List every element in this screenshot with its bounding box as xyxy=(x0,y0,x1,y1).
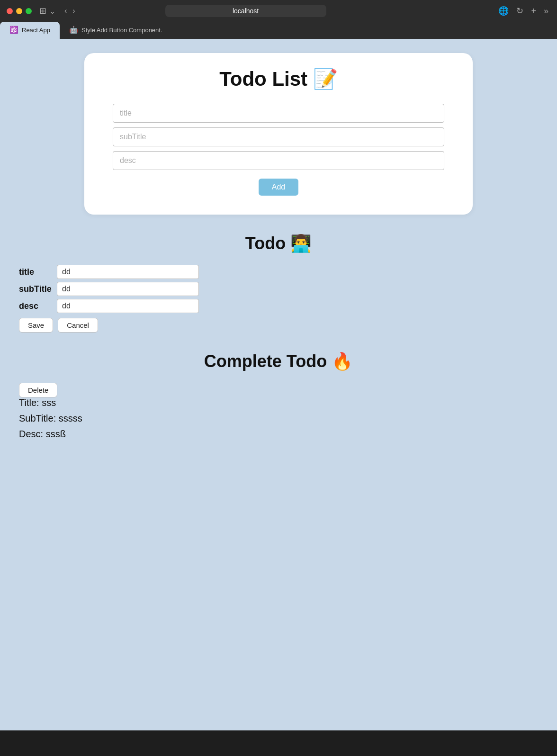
add-button[interactable]: Add xyxy=(259,179,298,196)
complete-subtitle: SubTitle: sssss xyxy=(19,413,538,424)
title-input[interactable] xyxy=(113,104,444,123)
todo-section-title: Todo 👨‍💻 xyxy=(19,234,538,253)
todo-desc-input[interactable] xyxy=(57,299,199,313)
browser-content: Todo List 📝 Add Todo 👨‍💻 title subTitle … xyxy=(0,39,557,730)
toolbar-right: 🌐 ↻ + » xyxy=(496,5,550,17)
cancel-button[interactable]: Cancel xyxy=(58,318,98,333)
delete-button[interactable]: Delete xyxy=(19,383,57,397)
todo-title-row: title xyxy=(19,265,538,279)
tab-react-app[interactable]: ⚛️ React App xyxy=(0,22,60,39)
address-bar[interactable] xyxy=(165,5,326,17)
ai-icon: 🤖 xyxy=(69,26,78,34)
subtitle-input[interactable] xyxy=(113,127,444,146)
save-button[interactable]: Save xyxy=(19,318,53,333)
complete-item: Delete Title: sss SubTitle: sssss Desc: … xyxy=(19,383,538,440)
app-title: Todo List 📝 xyxy=(113,67,444,90)
forward-button[interactable]: › xyxy=(70,6,77,16)
translate-icon[interactable]: 🌐 xyxy=(496,5,511,17)
todo-subtitle-label: subTitle xyxy=(19,284,57,294)
sidebar-toggle[interactable]: ⊞ ⌄ xyxy=(39,6,55,16)
tab-style[interactable]: 🤖 Style Add Button Component. xyxy=(60,22,172,39)
complete-desc: Desc: sssß xyxy=(19,429,538,440)
form-inputs xyxy=(113,104,444,170)
todo-title-input[interactable] xyxy=(57,265,199,279)
todo-actions: Save Cancel xyxy=(19,318,538,333)
maximize-button[interactable] xyxy=(26,8,32,14)
browser-chrome: ⊞ ⌄ ‹ › 🌐 ↻ + » ⚛️ React App 🤖 Style Add… xyxy=(0,0,557,39)
traffic-lights xyxy=(7,8,32,14)
todo-desc-label: desc xyxy=(19,301,57,311)
tab-style-label: Style Add Button Component. xyxy=(81,27,162,34)
close-button[interactable] xyxy=(7,8,13,14)
minimize-button[interactable] xyxy=(16,8,22,14)
new-tab-button[interactable]: + xyxy=(529,5,538,17)
complete-section: Complete Todo 🔥 Delete Title: sss SubTit… xyxy=(19,351,538,440)
more-button[interactable]: » xyxy=(542,5,550,17)
todo-title-label: title xyxy=(19,267,57,277)
todo-section: Todo 👨‍💻 title subTitle desc Save Cancel xyxy=(19,234,538,333)
refresh-button[interactable]: ↻ xyxy=(514,5,525,17)
todo-desc-row: desc xyxy=(19,299,538,313)
tab-bar: ⚛️ React App 🤖 Style Add Button Componen… xyxy=(0,22,557,39)
nav-arrows: ‹ › xyxy=(62,6,78,16)
todo-subtitle-row: subTitle xyxy=(19,282,538,296)
complete-title: Title: sss xyxy=(19,397,538,408)
react-icon: ⚛️ xyxy=(9,26,18,34)
tab-react-app-label: React App xyxy=(22,27,50,34)
back-button[interactable]: ‹ xyxy=(62,6,69,16)
desc-input[interactable] xyxy=(113,151,444,170)
form-card: Todo List 📝 Add xyxy=(84,53,473,215)
title-bar: ⊞ ⌄ ‹ › 🌐 ↻ + » xyxy=(0,0,557,22)
complete-section-title: Complete Todo 🔥 xyxy=(19,351,538,371)
todo-subtitle-input[interactable] xyxy=(57,282,199,296)
